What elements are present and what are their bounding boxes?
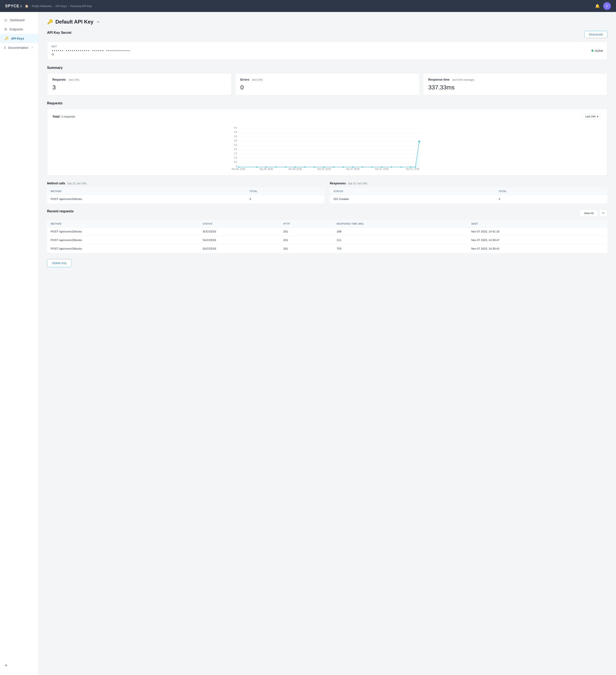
api-key-section-title: API Key Secret xyxy=(47,31,71,34)
sidebar: ◎ Dashboard ⊞ Endpoints 🔑 API Keys ℹ Doc… xyxy=(0,12,38,675)
api-keys-icon: 🔑 xyxy=(4,36,9,41)
method-cell: POST /api/core/v2/blocks xyxy=(47,195,246,203)
breadcrumb-current: Personal API Key xyxy=(70,4,92,8)
deactivate-button[interactable]: Deactivate xyxy=(584,31,607,38)
refresh-icon: ↻ xyxy=(602,211,605,215)
chart-dot xyxy=(391,166,392,168)
responses-title: Responses (top 10, last 24h) xyxy=(330,181,607,185)
svg-text:Nov 06, 22:00: Nov 06, 22:00 xyxy=(289,168,302,170)
rr-status: SUCCESS xyxy=(199,227,280,236)
rr-method: POST /api/core/v2/blocks xyxy=(47,227,199,236)
status-col-header: STATUS xyxy=(330,188,495,195)
rr-http: 201 xyxy=(280,227,333,236)
copy-icon[interactable]: ⧉ xyxy=(52,53,54,56)
chart-dot xyxy=(342,166,344,168)
requests-subtitle: (last 24h) xyxy=(68,78,79,81)
topbar-right: 🔔 U xyxy=(595,2,611,10)
dashboard-icon: ◎ xyxy=(4,18,7,22)
rr-sent: Nov 07 2023, 14:39:42 xyxy=(468,244,607,253)
chart-dot xyxy=(410,166,411,168)
refresh-button[interactable]: ↻ xyxy=(599,209,607,217)
api-key-left: KEY •••••• •••••••••••• •••••• •••••••••… xyxy=(52,45,130,56)
recent-request-row: POST /api/core/v2/blocks SUCCESS 201 198… xyxy=(47,227,607,236)
method-header: METHOD xyxy=(47,220,199,227)
status-header: STATUS xyxy=(199,220,280,227)
status-dot xyxy=(592,50,594,52)
rr-http: 201 xyxy=(280,236,333,244)
svg-text:2.0: 2.0 xyxy=(234,148,237,150)
rr-status: SUCCESS xyxy=(199,236,280,244)
method-calls-title: Method calls (top 10, last 24h) xyxy=(47,181,325,185)
svg-text:Nov 06, 18:00: Nov 06, 18:00 xyxy=(260,168,273,170)
page-header: 🔑 Default API Key ✏ xyxy=(47,19,607,25)
errors-subtitle: (last 24h) xyxy=(252,78,263,81)
rr-sent: Nov 07 2023, 14:41:18 xyxy=(468,227,607,236)
response-time-title: Response time xyxy=(428,78,450,81)
view-all-button[interactable]: View All xyxy=(580,210,598,217)
svg-text:4.0: 4.0 xyxy=(234,131,237,133)
requests-chart: 0 0.5 1.0 1.5 2.0 2.5 3.0 3.5 4.0 4.5 xyxy=(53,123,602,170)
recent-request-row: POST /api/core/v2/blocks SUCCESS 201 703… xyxy=(47,244,607,253)
requests-section-title: Requests xyxy=(47,101,607,105)
breadcrumb: 🏠 › Public Networks › API Keys › Persona… xyxy=(25,4,92,8)
requests-section: Requests Total: 3 requests Last 24h ▾ xyxy=(47,101,607,175)
requests-card-header: Total: 3 requests Last 24h ▾ xyxy=(53,113,602,120)
avatar[interactable]: U xyxy=(603,2,611,10)
chart-container: 0 0.5 1.0 1.5 2.0 2.5 3.0 3.5 4.0 4.5 xyxy=(53,123,602,171)
method-calls-tbody: POST /api/core/v2/blocks3 xyxy=(47,195,325,203)
sidebar-item-api-keys[interactable]: 🔑 API Keys xyxy=(0,34,38,43)
tables-row: Method calls (top 10, last 24h) METHOD T… xyxy=(47,181,607,203)
chart-dot xyxy=(275,166,277,168)
sidebar-footer-icon[interactable]: ⚑ xyxy=(4,664,8,668)
sidebar-item-endpoints[interactable]: ⊞ Endpoints xyxy=(0,24,38,34)
breadcrumb-public-networks[interactable]: Public Networks xyxy=(32,4,52,8)
chart-dot xyxy=(415,166,416,168)
svg-text:3.0: 3.0 xyxy=(234,139,237,142)
documentation-icon: ℹ xyxy=(4,46,6,50)
sidebar-item-documentation-label: Documentation xyxy=(8,46,28,50)
recent-requests-header: Recent requests View All ↻ xyxy=(47,209,607,217)
endpoints-icon: ⊞ xyxy=(4,27,7,31)
total-cell: 3 xyxy=(246,195,324,203)
page-header-icon: 🔑 xyxy=(47,19,53,24)
svg-text:Nov 07, 02:00: Nov 07, 02:00 xyxy=(317,168,331,170)
total-label: Total: 3 requests xyxy=(53,115,75,118)
api-key-right: Active xyxy=(592,49,603,53)
status-cell: 201 Created xyxy=(330,195,495,203)
api-key-value: •••••• •••••••••••• •••••• •••••••••••• xyxy=(52,49,130,53)
rr-response-time: 111 xyxy=(333,236,468,244)
rr-sent: Nov 07 2023, 14:39:47 xyxy=(468,236,607,244)
responses-header-row: STATUS TOTAL xyxy=(330,188,607,195)
chart-dot-peak xyxy=(418,141,420,142)
edit-icon[interactable]: ✏ xyxy=(97,20,100,24)
notification-icon[interactable]: 🔔 xyxy=(595,4,600,8)
chart-dot xyxy=(381,166,382,168)
svg-text:1.5: 1.5 xyxy=(234,152,237,155)
period-button[interactable]: Last 24h ▾ xyxy=(581,113,602,120)
chart-dot xyxy=(295,166,296,168)
summary-card-response-time: Response time (last 5min average) 337.33… xyxy=(423,73,607,95)
chart-dot xyxy=(238,166,239,168)
method-calls-row: POST /api/core/v2/blocks3 xyxy=(47,195,325,203)
rr-response-time: 703 xyxy=(333,244,468,253)
total-col-header-resp: TOTAL xyxy=(495,188,607,195)
sidebar-item-documentation[interactable]: ℹ Documentation ↗ xyxy=(0,43,38,52)
home-icon[interactable]: 🏠 xyxy=(25,4,28,8)
responses-row: 201 Created3 xyxy=(330,195,607,203)
svg-text:2.5: 2.5 xyxy=(234,144,237,146)
chart-dot xyxy=(400,166,402,168)
delete-key-button[interactable]: Delete Key xyxy=(47,259,71,267)
delete-section: Delete Key xyxy=(47,259,607,267)
responses-subtitle: (top 10, last 24h) xyxy=(348,182,367,185)
chevron-down-icon: ▾ xyxy=(597,115,599,118)
chart-dot xyxy=(256,166,257,168)
sidebar-item-dashboard[interactable]: ◎ Dashboard xyxy=(0,15,38,24)
breadcrumb-api-keys[interactable]: API Keys xyxy=(55,4,67,8)
method-calls-table: METHOD TOTAL POST /api/core/v2/blocks3 xyxy=(47,188,325,203)
responses-tbody: 201 Created3 xyxy=(330,195,607,203)
errors-value: 0 xyxy=(240,84,414,91)
recent-requests-title: Recent requests xyxy=(47,209,74,213)
method-calls-section: Method calls (top 10, last 24h) METHOD T… xyxy=(47,181,325,203)
api-key-section: API Key Secret Deactivate KEY •••••• •••… xyxy=(47,31,607,60)
summary-cards: Requests (last 24h) 3 Errors (last 24h) … xyxy=(47,73,607,95)
